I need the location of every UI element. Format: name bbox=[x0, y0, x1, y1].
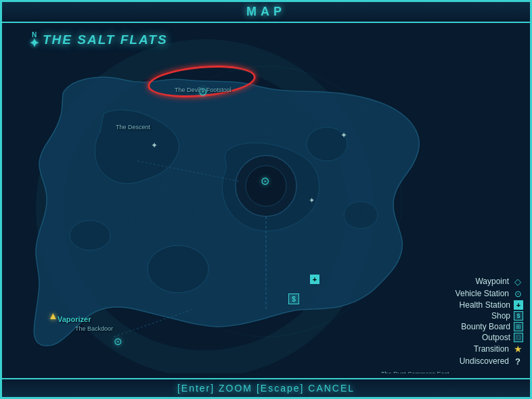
map-icon-shop[interactable]: $ bbox=[288, 294, 299, 304]
legend-item-undiscovered: Undiscovered ? bbox=[460, 356, 523, 367]
label-devils-footstool: The Devil's Footstool bbox=[175, 87, 231, 93]
legend: Waypoint ◇ Vehicle Station ⊙ Health Stat… bbox=[456, 276, 523, 367]
map-container: MAP [Enter] ZOOM [Escape] CANCEL N ✦ THE… bbox=[0, 0, 532, 399]
label-rust-commons: The Rust Commons East bbox=[381, 371, 449, 373]
legend-label-shop: Shop bbox=[491, 311, 510, 321]
svg-point-7 bbox=[148, 245, 208, 293]
legend-icon-vehicle: ⊙ bbox=[512, 288, 523, 299]
label-backdoor: The Backdoor bbox=[75, 325, 113, 332]
legend-item-outpost: Outpost □ bbox=[482, 333, 523, 342]
legend-label-waypoint: Waypoint bbox=[475, 277, 509, 286]
label-descent: The Descent bbox=[116, 124, 150, 131]
legend-label-outpost: Outpost bbox=[482, 333, 510, 342]
legend-icon-undiscovered: ? bbox=[512, 356, 523, 367]
legend-icon-shop: $ bbox=[514, 311, 523, 321]
legend-icon-transition: ★ bbox=[512, 344, 523, 354]
map-icon-health-center[interactable]: + bbox=[310, 275, 319, 284]
legend-icon-health: + bbox=[514, 300, 523, 310]
label-vaporizer: Vaporizer bbox=[58, 315, 91, 323]
map-title: MAP bbox=[2, 5, 530, 19]
legend-label-health: Health Station bbox=[460, 300, 510, 310]
legend-icon-outpost: □ bbox=[514, 333, 523, 342]
map-header: MAP bbox=[2, 2, 530, 23]
legend-item-waypoint: Waypoint ◇ bbox=[475, 276, 523, 287]
map-footer: [Enter] ZOOM [Escape] CANCEL bbox=[2, 378, 530, 397]
legend-item-transition: Transition ★ bbox=[474, 344, 523, 354]
footer-controls[interactable]: [Enter] ZOOM [Escape] CANCEL bbox=[2, 383, 530, 394]
legend-label-bounty: Bounty Board bbox=[461, 322, 510, 331]
map-icon-star-descent[interactable]: ✦ bbox=[151, 141, 158, 150]
legend-label-vehicle: Vehicle Station bbox=[456, 289, 509, 298]
map-icon-star-mid[interactable]: ✦ bbox=[309, 196, 315, 205]
label-crimson-enclave: Crimson Enclave bbox=[99, 373, 145, 373]
map-icon-center-vehicle[interactable]: ⊙ bbox=[261, 174, 269, 187]
legend-item-vehicle: Vehicle Station ⊙ bbox=[456, 288, 523, 299]
legend-item-shop: Shop $ bbox=[491, 311, 523, 321]
map-icon-crimson-enclave-vehicle[interactable]: ⊙ bbox=[114, 335, 123, 348]
svg-point-10 bbox=[70, 220, 110, 250]
map-area: N ✦ THE SALT FLATS bbox=[2, 26, 530, 373]
legend-icon-waypoint: ◇ bbox=[512, 276, 523, 287]
legend-item-health: Health Station + bbox=[460, 300, 523, 310]
map-icon-vaporizer-star[interactable]: ▲ bbox=[48, 310, 58, 321]
map-icon-star-upper[interactable]: ✦ bbox=[340, 131, 347, 140]
legend-label-transition: Transition bbox=[474, 344, 509, 354]
legend-icon-bounty: ⊞ bbox=[514, 322, 523, 331]
legend-item-bounty: Bounty Board ⊞ bbox=[461, 322, 523, 331]
legend-label-undiscovered: Undiscovered bbox=[460, 356, 509, 366]
svg-point-9 bbox=[344, 202, 378, 229]
